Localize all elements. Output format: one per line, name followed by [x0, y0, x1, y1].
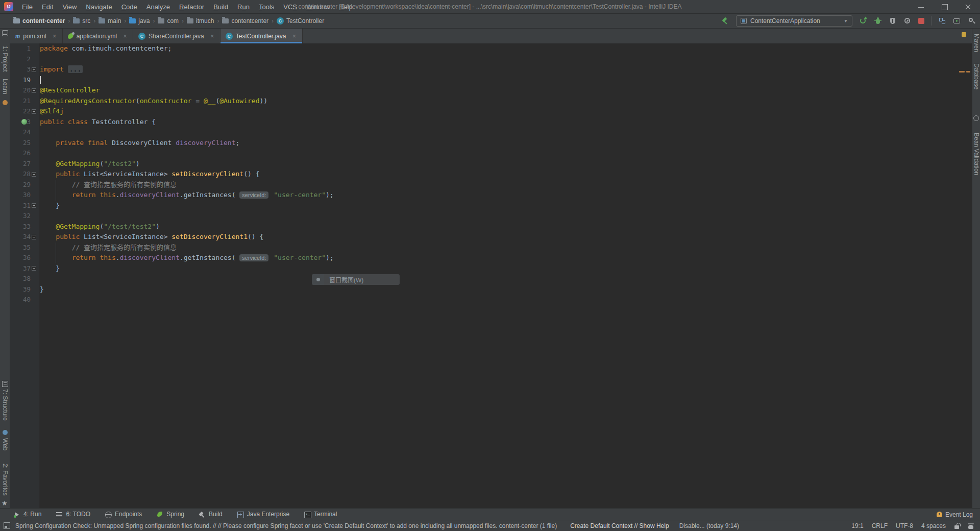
- web-toolwindow-icon[interactable]: [3, 430, 8, 435]
- caret-position-widget[interactable]: 19:1: [851, 522, 863, 529]
- toolwindow-button-build[interactable]: Build: [199, 511, 223, 518]
- tab-pom-xml[interactable]: m pom.xml: [10, 29, 63, 43]
- star-icon[interactable]: [2, 500, 8, 506]
- run-configuration-selector[interactable]: ContentCenterApplication: [736, 15, 852, 27]
- breadcrumb-item-class[interactable]: C TestController: [277, 17, 324, 25]
- toolwindow-button-spring[interactable]: Spring: [156, 511, 184, 518]
- code-line-30[interactable]: return this.discoveryClient.getInstances…: [39, 190, 962, 201]
- project-toolwindow-icon[interactable]: [2, 30, 8, 36]
- breadcrumb-item-java[interactable]: java: [129, 17, 150, 25]
- code-line-33[interactable]: @GetMapping("/test/test2"): [39, 222, 962, 232]
- menu-analyze[interactable]: Analyze: [142, 0, 175, 14]
- code-editor[interactable]: 1231920212223242526272829303132333435363…: [10, 43, 972, 508]
- run-dashboard-icon[interactable]: [953, 17, 961, 25]
- breadcrumb-item-itmuch[interactable]: itmuch: [187, 17, 214, 25]
- code-line-20[interactable]: @RestController: [39, 85, 962, 96]
- fold-collapse-icon[interactable]: [32, 172, 36, 177]
- indent-widget[interactable]: 4 spaces: [921, 522, 946, 529]
- sidebar-item-learn[interactable]: Learn: [2, 79, 9, 94]
- inspection-profile-icon[interactable]: [968, 523, 974, 529]
- profiler-button[interactable]: [903, 17, 912, 25]
- sidebar-item-web[interactable]: Web: [2, 438, 9, 450]
- code-line-3[interactable]: import ...: [39, 64, 962, 75]
- code-line-31[interactable]: }: [39, 201, 962, 211]
- code-line-32[interactable]: [39, 211, 962, 222]
- close-icon[interactable]: [52, 34, 57, 39]
- status-dismiss-link[interactable]: Disable... (today 9:14): [679, 522, 739, 529]
- close-button[interactable]: [957, 0, 980, 14]
- encoding-widget[interactable]: UTF-8: [896, 522, 913, 529]
- code-line-28[interactable]: public List<ServiceInstance> setDiscover…: [39, 169, 962, 180]
- code-line-29[interactable]: // 查询指定服务的所有实例的信息: [39, 180, 962, 190]
- build-hammer-icon[interactable]: [721, 17, 729, 25]
- structure-toolwindow-icon[interactable]: [2, 381, 8, 387]
- code-line-34[interactable]: public List<ServiceInstance> setDiscover…: [39, 232, 962, 243]
- menu-tools[interactable]: Tools: [254, 0, 279, 14]
- breadcrumb-item-com[interactable]: com: [158, 17, 179, 25]
- menu-edit[interactable]: Edit: [37, 0, 58, 14]
- fold-collapse-icon[interactable]: [32, 235, 36, 239]
- code-line-39[interactable]: }: [39, 284, 962, 295]
- spring-bean-gutter-icon[interactable]: [21, 119, 27, 125]
- breadcrumb-item-contentcenter[interactable]: contentcenter: [222, 17, 268, 25]
- tab-sharecontroller-java[interactable]: C ShareController.java: [133, 29, 220, 43]
- code-analysis-indicator[interactable]: [962, 32, 966, 37]
- fold-collapse-icon[interactable]: [32, 203, 36, 208]
- coverage-button[interactable]: [889, 17, 897, 25]
- debug-button[interactable]: [874, 17, 882, 25]
- code-line-35[interactable]: // 查询指定服务的所有实例的信息: [39, 243, 962, 253]
- code-line-22[interactable]: @Slf4j: [39, 106, 962, 117]
- code-line-37[interactable]: }: [39, 263, 962, 274]
- toolwindow-button-endpoints[interactable]: Endpoints: [105, 511, 142, 518]
- status-action-links[interactable]: Create Default Context // Show Help: [570, 522, 669, 529]
- sidebar-item-project[interactable]: 1: Project: [2, 46, 9, 72]
- lock-icon[interactable]: [954, 523, 960, 529]
- close-icon[interactable]: [122, 34, 128, 39]
- code-line-36[interactable]: return this.discoveryClient.getInstances…: [39, 253, 962, 263]
- close-icon[interactable]: [210, 34, 215, 39]
- code-line-19[interactable]: [39, 75, 962, 86]
- toolwindow-icon[interactable]: [973, 115, 979, 121]
- code-line-40[interactable]: [39, 295, 962, 305]
- fold-collapse-icon[interactable]: [32, 109, 36, 114]
- fold-collapse-icon[interactable]: [32, 266, 36, 271]
- toolwindow-button-terminal[interactable]: Terminal: [304, 511, 337, 518]
- minimize-button[interactable]: [910, 0, 933, 14]
- menu-navigate[interactable]: Navigate: [81, 0, 116, 14]
- code-line-24[interactable]: [39, 127, 962, 138]
- toolwindow-button-java-enterprise[interactable]: Java Enterprise: [237, 511, 289, 518]
- code-line-38[interactable]: [39, 274, 962, 284]
- fold-expand-icon[interactable]: [32, 67, 36, 72]
- breadcrumb-item-project[interactable]: content-center: [13, 17, 65, 25]
- stop-button[interactable]: [918, 18, 924, 24]
- rerun-button[interactable]: [859, 17, 867, 25]
- code-line-21[interactable]: @RequiredArgsConstructor(onConstructor =…: [39, 96, 962, 107]
- maximize-button[interactable]: [933, 0, 957, 14]
- tab-testcontroller-java[interactable]: C TestController.java: [220, 29, 303, 43]
- sidebar-item-maven[interactable]: Maven: [973, 34, 980, 52]
- menu-code[interactable]: Code: [117, 0, 142, 14]
- menu-view[interactable]: View: [58, 0, 81, 14]
- sidebar-item-structure[interactable]: 7: Structure: [2, 389, 9, 421]
- services-icon[interactable]: [938, 17, 946, 25]
- sidebar-item-favorites[interactable]: 2: Favorites: [2, 464, 9, 496]
- toolwindow-button-4-run[interactable]: 4: Run: [13, 511, 41, 518]
- code-line-2[interactable]: [39, 54, 962, 65]
- close-icon[interactable]: [292, 34, 297, 39]
- search-everywhere-button[interactable]: [968, 17, 976, 25]
- code-line-1[interactable]: package com.itmuch.contentcenter;: [39, 43, 962, 54]
- breadcrumb-item-src[interactable]: src: [73, 17, 90, 25]
- menu-build[interactable]: Build: [209, 0, 233, 14]
- line-ending-widget[interactable]: CRLF: [872, 522, 888, 529]
- code-area[interactable]: package com.itmuch.contentcenter;import …: [39, 43, 962, 305]
- menu-file[interactable]: File: [17, 0, 37, 14]
- event-log-button[interactable]: Event Log: [937, 509, 973, 520]
- code-line-26[interactable]: [39, 148, 962, 159]
- code-line-27[interactable]: @GetMapping("/test2"): [39, 159, 962, 170]
- tab-application-yml[interactable]: application.yml: [63, 29, 133, 43]
- sidebar-item-database[interactable]: Database: [973, 63, 980, 89]
- sidebar-item-bean-validation[interactable]: Bean Validation: [973, 133, 980, 175]
- code-line-25[interactable]: private final DiscoveryClient discoveryC…: [39, 138, 962, 149]
- menu-run[interactable]: Run: [233, 0, 254, 14]
- fold-collapse-icon[interactable]: [32, 88, 36, 93]
